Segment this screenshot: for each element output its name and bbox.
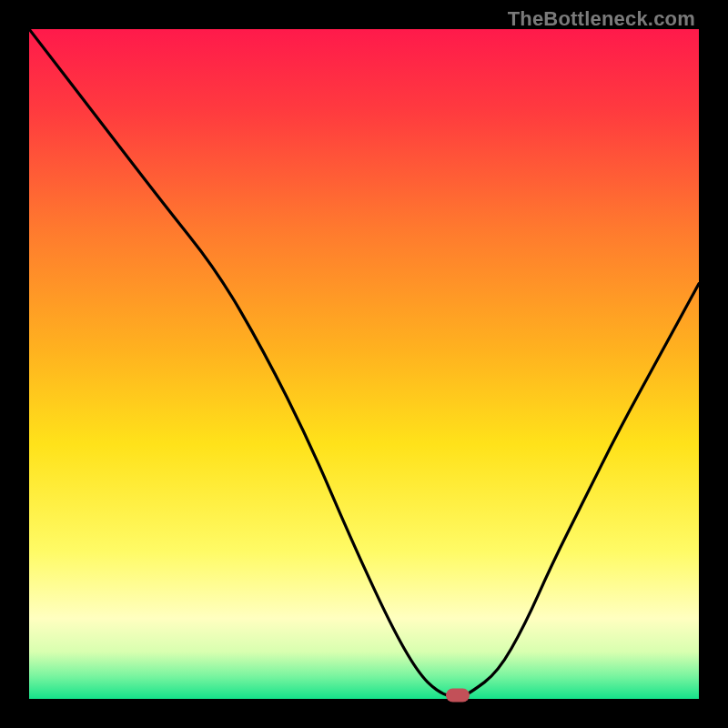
chart-container: TheBottleneck.com [0, 0, 728, 728]
watermark-text: TheBottleneck.com [508, 7, 695, 31]
bottleneck-curve [29, 29, 699, 699]
plot-area [29, 29, 699, 699]
minimum-marker [446, 689, 470, 703]
